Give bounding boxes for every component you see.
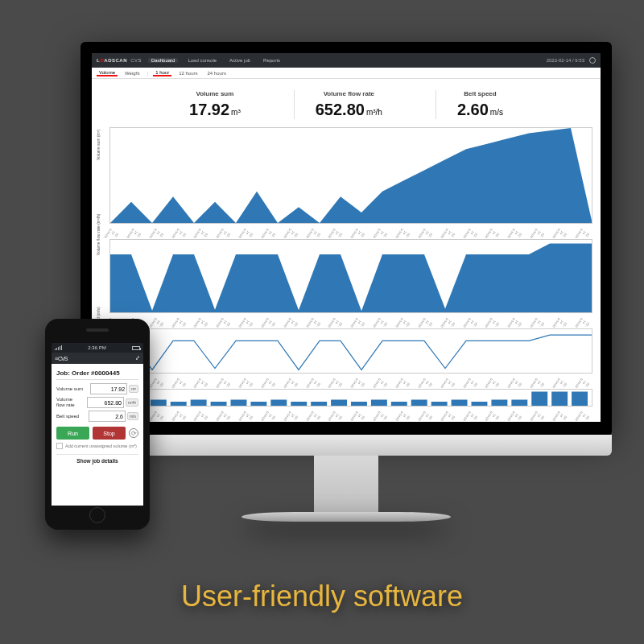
chart-volume-flow: Volume flow rate (m³/h) xyxy=(109,239,592,313)
tab-weight[interactable]: Weight xyxy=(122,71,142,76)
top-nav: LOADSCAN CVS Dashboard Load console Acti… xyxy=(92,53,601,68)
monitor-neck xyxy=(314,456,378,512)
tab-12hours[interactable]: 12 hours xyxy=(176,71,200,76)
stat-label: Belt speed xyxy=(457,90,503,97)
mobile-phone: 2:36 PM ≡ CVS ⤢ Job: Order #0000445 Volu… xyxy=(45,319,150,530)
tab-24hours[interactable]: 24 hours xyxy=(205,71,229,76)
refresh-icon[interactable]: ⟳ xyxy=(129,428,138,438)
svg-rect-8 xyxy=(270,400,287,407)
monitor-chin xyxy=(80,435,612,456)
unit-badge: m³ xyxy=(129,385,138,393)
stat-label: Volume sum xyxy=(189,90,241,97)
svg-rect-15 xyxy=(411,400,427,407)
belt-speed-input[interactable] xyxy=(89,411,126,422)
svg-rect-21 xyxy=(531,392,547,407)
charts-area: Volume sum (m³) 02-14 9:34:0002-14 9:34:… xyxy=(92,127,601,422)
monitor-base xyxy=(242,512,451,522)
svg-rect-23 xyxy=(572,392,588,407)
svg-rect-6 xyxy=(231,400,247,407)
brand-logo: LOADSCAN CVS xyxy=(97,58,142,63)
add-volume-checkbox[interactable]: Add current unassigned volume (m³) xyxy=(56,443,138,449)
expand-icon[interactable]: ⤢ xyxy=(135,355,140,361)
nav-dashboard[interactable]: Dashboard xyxy=(148,58,178,63)
mobile-app: 2:36 PM ≡ CVS ⤢ Job: Order #0000445 Volu… xyxy=(52,343,143,506)
svg-rect-18 xyxy=(472,402,488,406)
svg-rect-7 xyxy=(250,402,266,406)
svg-rect-3 xyxy=(171,402,187,406)
desktop-monitor: LOADSCAN CVS Dashboard Load console Acti… xyxy=(80,42,612,522)
checkbox-icon[interactable] xyxy=(56,443,63,449)
status-bar: 2:36 PM xyxy=(52,343,143,353)
x-ticks: 02-14 9:34:0002-14 9:34:0002-14 9:34:000… xyxy=(109,227,592,237)
sub-nav: Volume Weight | 1 hour 12 hours 24 hours xyxy=(92,68,601,79)
row-volume-flow: Volume flow rate m³/h xyxy=(56,397,138,408)
chart-activity xyxy=(109,389,592,407)
stat-value: 652.80 xyxy=(316,101,365,118)
volume-sum-input[interactable] xyxy=(90,383,127,394)
x-ticks: 02-14 9:34:0002-14 9:34:0002-14 9:34:000… xyxy=(109,377,592,386)
stat-volume-flow: Volume flow rate 652.80m³/h xyxy=(294,90,403,119)
field-label: Volume sum xyxy=(56,386,83,392)
tab-1hour[interactable]: 1 hour xyxy=(153,70,171,76)
gear-icon[interactable] xyxy=(589,57,596,64)
show-details-link[interactable]: Show job details xyxy=(56,454,138,464)
svg-rect-22 xyxy=(551,392,568,407)
hero-caption: User-friendly software xyxy=(0,580,644,613)
svg-rect-17 xyxy=(452,400,468,407)
clock-text: 2022-02-14 / 9:53 xyxy=(547,58,584,63)
field-label: Volume flow rate xyxy=(56,397,75,407)
nav-reports[interactable]: Reports xyxy=(260,58,283,63)
nav-active-job[interactable]: Active job xyxy=(226,58,254,63)
svg-rect-16 xyxy=(431,402,448,406)
stat-belt-speed: Belt speed 2.60m/s xyxy=(436,90,524,119)
x-ticks: 02-14 9:34:0002-14 9:34:0002-14 9:34:000… xyxy=(109,410,592,419)
svg-rect-13 xyxy=(371,400,387,407)
menu-icon[interactable]: ≡ CVS xyxy=(55,356,67,361)
status-time: 2:36 PM xyxy=(88,345,105,350)
row-volume-sum: Volume sum m³ xyxy=(56,383,138,394)
svg-rect-10 xyxy=(311,402,327,406)
stat-label: Volume flow rate xyxy=(316,90,382,97)
volume-flow-input[interactable] xyxy=(87,397,124,408)
signal-icon xyxy=(55,345,62,350)
tab-volume[interactable]: Volume xyxy=(97,70,118,76)
svg-rect-14 xyxy=(391,402,407,406)
svg-rect-19 xyxy=(491,400,507,407)
dashboard-app: LOADSCAN CVS Dashboard Load console Acti… xyxy=(92,53,601,422)
svg-rect-20 xyxy=(511,400,527,407)
chart-volume-sum: Volume sum (m³) xyxy=(109,127,592,224)
unit-badge: m/s xyxy=(127,412,138,420)
field-label: Belt speed xyxy=(56,414,79,419)
stats-row: Volume sum 17.92m³ Volume flow rate 652.… xyxy=(92,79,601,127)
svg-rect-9 xyxy=(291,402,307,406)
job-title: Job: Order #0000445 xyxy=(56,367,138,380)
row-belt-speed: Belt speed m/s xyxy=(56,411,138,422)
stat-volume-sum: Volume sum 17.92m³ xyxy=(168,90,262,119)
stop-button[interactable]: Stop xyxy=(93,427,126,440)
stat-value: 17.92 xyxy=(189,101,229,118)
chart-belt-speed: Belt speed (m/s) xyxy=(109,328,592,374)
svg-rect-2 xyxy=(151,400,167,407)
monitor-bezel: LOADSCAN CVS Dashboard Load console Acti… xyxy=(80,42,612,436)
stat-value: 2.60 xyxy=(457,101,489,118)
x-ticks: 02-14 9:34:0002-14 9:34:0002-14 9:34:000… xyxy=(109,316,592,326)
app-header: ≡ CVS ⤢ xyxy=(52,353,143,364)
svg-rect-11 xyxy=(331,400,347,407)
svg-rect-4 xyxy=(191,400,207,407)
unit-badge: m³/h xyxy=(126,398,138,407)
run-button[interactable]: Run xyxy=(56,427,89,440)
nav-load-console[interactable]: Load console xyxy=(184,58,220,63)
battery-icon xyxy=(132,346,140,350)
svg-rect-12 xyxy=(351,402,367,406)
svg-rect-5 xyxy=(211,402,227,406)
